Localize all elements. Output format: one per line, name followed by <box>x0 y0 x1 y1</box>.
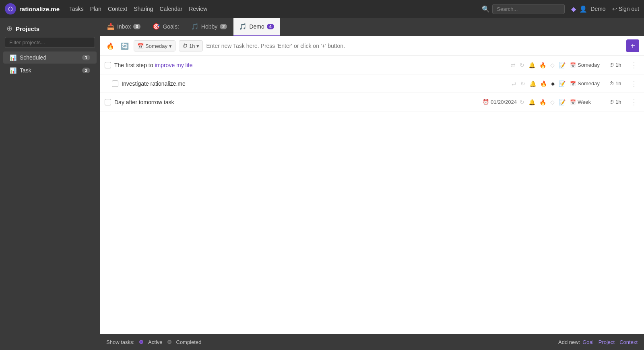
tab-demo-label: Demo <box>249 23 264 30</box>
search-icon: 🔍 <box>482 5 490 13</box>
calendar-icon-3: 📅 <box>570 99 576 105</box>
sidebar-task-icon: 📊 <box>10 67 17 74</box>
add-task-button[interactable]: + <box>626 39 639 52</box>
task-checkbox-3[interactable] <box>105 99 111 105</box>
footer-left: Show tasks: Active Completed <box>106 339 201 345</box>
hobby-icon: 🎵 <box>191 23 199 30</box>
sidebar-item-scheduled[interactable]: 📊 Scheduled 1 <box>3 51 97 64</box>
task-2-note-icon[interactable]: 📝 <box>557 79 567 88</box>
task-1-more-button[interactable]: ⋮ <box>629 60 639 70</box>
nav-sharing[interactable]: Sharing <box>134 6 153 12</box>
task-checkbox-1[interactable] <box>105 62 111 68</box>
logo-icon: ⬡ <box>5 3 16 14</box>
task-2-switch-icon[interactable]: ⇄ <box>510 79 518 88</box>
sidebar-filter-input[interactable] <box>5 37 95 48</box>
sidebar-header: ⊕ Projects <box>0 21 100 35</box>
repeat-btn[interactable]: 🔄 <box>119 40 130 51</box>
task-1-bell-icon[interactable]: 🔔 <box>527 61 537 70</box>
sidebar-scheduled-badge: 1 <box>82 55 90 60</box>
goals-icon: 🎯 <box>153 23 160 30</box>
task-3-note-icon[interactable]: 📝 <box>557 98 567 107</box>
task-3-diamond-icon[interactable]: ◇ <box>549 98 556 107</box>
task-2-repeat-icon[interactable]: ↻ <box>519 79 526 88</box>
sidebar-title: Projects <box>16 25 39 32</box>
new-task-row: 🔥 🔄 📅 Someday ▾ ⏱ 1h ▾ + <box>100 36 644 56</box>
signout-label: Sign out <box>619 6 639 12</box>
table-row: Investigate rationalize.me ⇄ ↻ 🔔 🔥 ◆ 📝 📅… <box>100 74 644 93</box>
task-actions-2: ⇄ ↻ 🔔 🔥 ◆ 📝 <box>510 79 567 88</box>
clock-icon: ⏱ <box>182 43 188 49</box>
completed-radio[interactable] <box>167 340 171 344</box>
task-1-diamond-icon[interactable]: ◇ <box>549 61 556 70</box>
search-area: 🔍 <box>482 4 565 14</box>
fire-toggle-btn[interactable]: 🔥 <box>105 40 116 51</box>
task-3-date: ⏰ 01/20/2024 <box>483 99 517 105</box>
table-row: Day after tomorrow task ⏰ 01/20/2024 ↻ 🔔… <box>100 93 644 111</box>
tab-hobby-badge: 2 <box>220 24 227 29</box>
task-3-more-button[interactable]: ⋮ <box>629 97 639 107</box>
task-1-note-icon[interactable]: 📝 <box>557 61 567 70</box>
task-2-fire-icon[interactable]: 🔥 <box>539 79 548 88</box>
task-3-repeat-icon[interactable]: ↻ <box>518 98 526 107</box>
tab-demo-badge: 4 <box>267 24 274 29</box>
task-2-schedule: 📅 Someday <box>570 80 606 86</box>
add-context-link[interactable]: Context <box>619 339 638 345</box>
task-1-repeat-icon[interactable]: ↻ <box>518 61 526 70</box>
tab-inbox[interactable]: 📥 Inbox 0 <box>101 18 146 36</box>
nav-plan[interactable]: Plan <box>90 6 101 12</box>
sidebar-scheduled-icon: 📊 <box>10 54 17 61</box>
content-area: 📥 Inbox 0 🎯 Goals: 🎵 Hobby 2 🎵 Demo 4 <box>100 18 644 350</box>
chevron-down-icon-2: ▾ <box>196 43 199 49</box>
inbox-icon: 📥 <box>107 23 115 30</box>
logo-text: rationalize.me <box>19 6 60 12</box>
schedule-selector[interactable]: 📅 Someday ▾ <box>134 40 175 51</box>
completed-label: Completed <box>176 339 202 345</box>
sidebar-task-label: Task <box>20 67 79 74</box>
calendar-icon-2: 📅 <box>570 81 576 86</box>
duration-selector[interactable]: ⏱ 1h ▾ <box>179 40 203 51</box>
tab-goals[interactable]: 🎯 Goals: <box>147 18 184 36</box>
task-3-date-label: 01/20/2024 <box>491 99 517 105</box>
nav-calendar[interactable]: Calendar <box>159 6 182 12</box>
task-1-duration-label: 1h <box>615 62 621 68</box>
calendar-icon-1: 📅 <box>570 62 576 68</box>
schedule-label: Someday <box>145 43 167 49</box>
task-1-switch-icon[interactable]: ⇄ <box>510 61 517 70</box>
task-checkbox-2[interactable] <box>112 80 118 87</box>
sidebar-item-task[interactable]: 📊 Task 3 <box>3 64 97 76</box>
clock-icon-1: ⏱ <box>609 62 614 68</box>
task-2-diamond-icon[interactable]: ◆ <box>550 80 556 88</box>
task-3-duration-label: 1h <box>615 99 621 105</box>
task-3-fire-icon[interactable]: 🔥 <box>538 98 547 107</box>
task-label-highlight-1: improve my life <box>155 62 192 68</box>
tab-hobby[interactable]: 🎵 Hobby 2 <box>186 18 233 36</box>
tabs-bar: 📥 Inbox 0 🎯 Goals: 🎵 Hobby 2 🎵 Demo 4 <box>100 18 644 36</box>
clock-icon-3: ⏱ <box>609 99 614 105</box>
task-3-schedule: 📅 Week <box>570 99 606 105</box>
tab-demo[interactable]: 🎵 Demo 4 <box>233 18 279 36</box>
new-task-input[interactable] <box>206 43 623 49</box>
task-3-bell-icon[interactable]: 🔔 <box>527 98 537 107</box>
task-label-2: Investigate rationalize.me <box>122 80 507 87</box>
user-name: Demo <box>590 6 605 12</box>
task-2-bell-icon[interactable]: 🔔 <box>528 79 537 88</box>
add-project-link[interactable]: Project <box>599 339 615 345</box>
footer-right: Add new: Goal Project Context <box>558 339 638 345</box>
task-1-fire-icon[interactable]: 🔥 <box>538 61 547 70</box>
add-goal-link[interactable]: Goal <box>582 339 593 345</box>
duration-label: 1h <box>189 43 195 49</box>
active-radio[interactable] <box>139 340 143 344</box>
nav-tasks[interactable]: Tasks <box>69 6 84 12</box>
task-list: The first step to improve my life ⇄ ↻ 🔔 … <box>100 56 644 334</box>
sidebar-add-icon[interactable]: ⊕ <box>6 24 12 33</box>
nav-review[interactable]: Review <box>189 6 207 12</box>
nav-context[interactable]: Context <box>108 6 127 12</box>
task-2-more-button[interactable]: ⋮ <box>629 78 639 89</box>
task-actions-3: ⏰ 01/20/2024 ↻ 🔔 🔥 ◇ 📝 <box>483 98 567 107</box>
demo-icon: 🎵 <box>239 23 247 30</box>
user-area: ◆ 👤 Demo <box>571 5 605 13</box>
search-input[interactable] <box>492 4 565 14</box>
task-label-3: Day after tomorrow task <box>114 99 479 105</box>
signout-button[interactable]: ↩ Sign out <box>612 6 639 12</box>
signout-icon: ↩ <box>612 6 617 12</box>
